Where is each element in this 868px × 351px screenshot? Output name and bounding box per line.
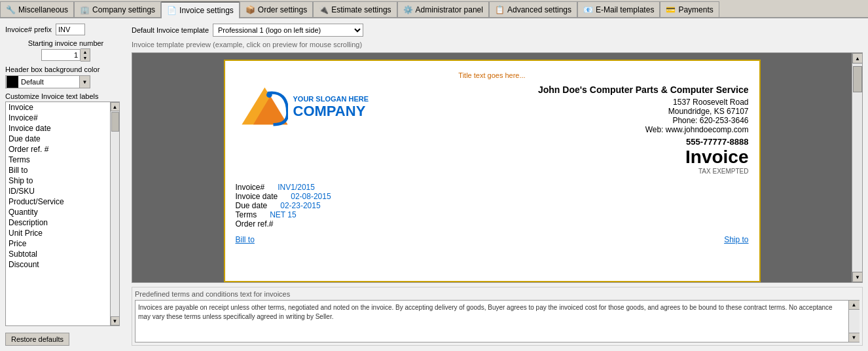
scroll-down-arrow[interactable]: ▼ [111, 316, 120, 325]
list-item[interactable]: Invoice date [6, 123, 110, 134]
terms-scrollbar: ▲ ▼ [849, 300, 859, 342]
terms-label: Predefined terms and conditions text for… [135, 290, 859, 298]
company-info: John Doe's Computer Parts & Computer Ser… [538, 84, 749, 147]
customize-label: Customize Invoice text labels [5, 92, 126, 100]
field-label: Invoice date [236, 192, 278, 201]
administrator-panel-icon: ⚙️ [403, 5, 413, 14]
list-item[interactable]: Unit Price [6, 228, 110, 238]
invoice-settings-icon: 📄 [167, 6, 177, 15]
color-dropdown[interactable]: Default ▼ [5, 75, 90, 88]
tab-miscellaneous[interactable]: 🔧 Miscellaneous [0, 1, 74, 17]
color-label: Default [19, 78, 79, 86]
spin-up-button[interactable]: ▲ [81, 49, 90, 55]
terms-scroll-track [849, 310, 859, 333]
list-item[interactable]: Price [6, 238, 110, 249]
tax-exempt-label: TAX EXEMPTED [698, 168, 749, 175]
list-items-container: Invoice Invoice# Invoice date Due date O… [6, 102, 110, 325]
company-name: John Doe's Computer Parts & Computer Ser… [538, 84, 749, 95]
tab-invoice-settings[interactable]: 📄 Invoice settings [161, 1, 240, 18]
preview-scroll-track [852, 64, 862, 272]
left-panel: Invoice# prefix Starting invoice number … [5, 24, 126, 346]
address-line2: Moundridge, KS 67107 [538, 107, 749, 116]
invoice-details: Invoice# INV1/2015 Invoice date 02-08-20… [236, 183, 749, 229]
bill-to-link[interactable]: Bill to [236, 235, 255, 244]
advanced-settings-icon: 📋 [495, 5, 505, 14]
list-item[interactable]: Description [6, 217, 110, 228]
ship-to-link[interactable]: Ship to [724, 235, 748, 244]
preview-scroll-up[interactable]: ▲ [852, 53, 863, 64]
list-item[interactable]: Ship to [6, 176, 110, 186]
field-label: Order ref.# [236, 219, 274, 229]
list-scrollbar: ▲ ▼ [110, 102, 119, 325]
tab-order-settings[interactable]: 📦 Order settings [240, 1, 313, 17]
list-item[interactable]: Terms [6, 155, 110, 165]
right-header: John Doe's Computer Parts & Computer Ser… [538, 84, 749, 175]
field-label: Terms [236, 210, 257, 219]
tab-estimate-settings[interactable]: 🔌 Estimate settings [313, 1, 397, 17]
prefix-input[interactable] [56, 24, 85, 35]
list-item[interactable]: Invoice# [6, 113, 110, 123]
company-text: COMPANY [293, 103, 369, 120]
address-line1: 1537 Roosevelt Road [538, 98, 749, 107]
estimate-settings-icon: 🔌 [319, 5, 329, 14]
field-value: 02-08-2015 [291, 192, 331, 201]
terms-section: Predefined terms and conditions text for… [132, 287, 863, 346]
field-value: NET 15 [270, 210, 296, 219]
main-content: Invoice# prefix Starting invoice number … [0, 18, 868, 351]
customize-section: Customize Invoice text labels Invoice In… [5, 92, 126, 326]
list-item[interactable]: Order ref. # [6, 144, 110, 155]
text-labels-list[interactable]: Invoice Invoice# Invoice date Due date O… [5, 102, 120, 326]
detail-row: Invoice date 02-08-2015 [236, 192, 331, 201]
tab-payments[interactable]: 💳 Payments [660, 1, 719, 17]
template-select[interactable]: Professional 1 (logo on left side) Profe… [213, 24, 363, 37]
scroll-up-arrow[interactable]: ▲ [111, 102, 120, 111]
field-value: INV1/2015 [278, 183, 315, 192]
company-logo [236, 84, 288, 130]
list-item[interactable]: Product/Service [6, 196, 110, 207]
phone-line: Phone: 620-253-3646 [538, 116, 749, 125]
color-dropdown-arrow: ▼ [79, 76, 90, 88]
scroll-track [111, 111, 120, 316]
preview-label: Invoice template preview (example, click… [132, 41, 863, 48]
tab-company-settings[interactable]: 🏢 Company settings [74, 1, 161, 17]
phone-number: 555-77777-8888 [538, 137, 749, 147]
list-item[interactable]: ID/SKU [6, 186, 110, 196]
restore-defaults-button[interactable]: Restore defaults [5, 333, 69, 346]
list-item[interactable]: Invoice [6, 102, 110, 113]
web-line: Web: www.johndoecomp.com [538, 125, 749, 134]
list-item[interactable]: Subtotal [6, 249, 110, 259]
detail-fields: Invoice# INV1/2015 Invoice date 02-08-20… [236, 183, 331, 229]
list-item[interactable]: Bill to [6, 165, 110, 176]
field-value: 02-23-2015 [280, 201, 320, 210]
miscellaneous-icon: 🔧 [6, 5, 16, 14]
list-item[interactable]: Quantity [6, 207, 110, 217]
list-item[interactable]: Due date [6, 134, 110, 144]
tab-email-templates[interactable]: 📧 E-Mail templates [577, 1, 660, 17]
spin-down-button[interactable]: ▼ [81, 55, 90, 61]
prefix-row: Invoice# prefix [5, 24, 126, 35]
preview-scroll-down[interactable]: ▼ [852, 272, 863, 282]
default-template-label: Default Invoice template [132, 26, 209, 34]
invoice-preview-area[interactable]: Title text goes here... [132, 52, 863, 283]
list-box-inner: Invoice Invoice# Invoice date Due date O… [6, 102, 119, 325]
starting-number-section: Starting invoice number ▲ ▼ [5, 39, 126, 62]
invoice-header: YOUR SLOGAN HERE COMPANY John Doe's Comp… [236, 84, 749, 175]
tab-administrator-panel[interactable]: ⚙️ Administrator panel [397, 1, 489, 17]
preview-scroll-thumb[interactable] [853, 66, 862, 92]
preview-inner: Title text goes here... [132, 53, 852, 282]
terms-text[interactable]: Invoices are payable on receipt unless o… [135, 300, 849, 342]
terms-scroll-down[interactable]: ▼ [849, 333, 859, 342]
scroll-thumb[interactable] [111, 112, 119, 132]
top-right-row: Default Invoice template Professional 1 … [132, 24, 863, 37]
tab-advanced-settings[interactable]: 📋 Advanced settings [489, 1, 577, 17]
email-templates-icon: 📧 [583, 5, 593, 14]
list-item[interactable]: Discount [6, 259, 110, 270]
starting-number-input[interactable] [41, 49, 81, 61]
invoice-page: Title text goes here... [224, 60, 761, 282]
terms-scroll-up[interactable]: ▲ [849, 301, 859, 310]
field-label: Due date [236, 201, 268, 210]
detail-row: Terms NET 15 [236, 210, 331, 219]
starting-number-label: Starting invoice number [5, 39, 126, 47]
order-settings-icon: 📦 [245, 5, 255, 14]
company-settings-icon: 🏢 [80, 5, 90, 14]
